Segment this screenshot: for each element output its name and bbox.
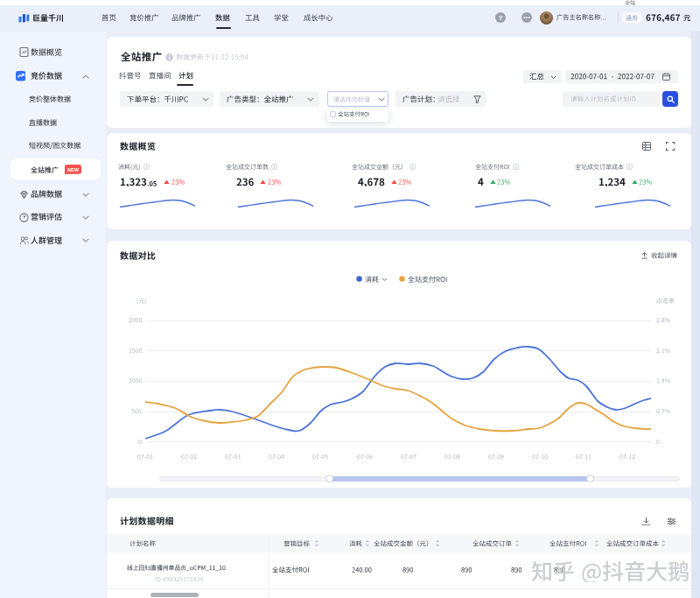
svg-text:NEW: NEW xyxy=(67,167,80,172)
svg-text:?: ? xyxy=(499,14,503,22)
